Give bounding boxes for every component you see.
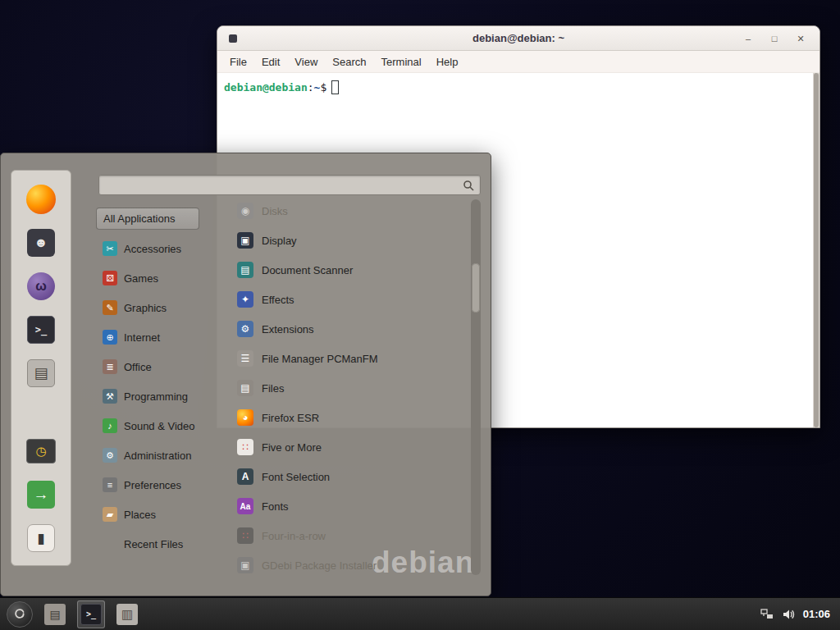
terminal-titlebar[interactable]: debian@debian: ~ – □ ✕ [217, 26, 819, 51]
sound-video-icon: ♪ [103, 418, 117, 433]
firefox-esr-icon: ◕ [237, 409, 253, 426]
app-item-firefox-esr[interactable]: ◕ Firefox ESR [229, 403, 470, 432]
app-item-four-in-a-row[interactable]: ∷ Four-in-a-row [229, 521, 470, 550]
app-item-document-scanner[interactable]: ▤ Document Scanner [229, 255, 470, 285]
terminal-prompt-line: debian@debian:~$ [224, 80, 813, 94]
app-label: Display [262, 235, 297, 247]
taskbar: ▤ >_ ▥ 01:06 [0, 597, 840, 630]
shut-down-icon: ▮ [27, 524, 55, 552]
log-out-button[interactable]: → [25, 479, 57, 510]
favorite-mascot-launcher[interactable]: ω [25, 271, 57, 302]
minimize-button[interactable]: – [741, 31, 756, 46]
app-item-display[interactable]: ▣ Display [229, 226, 470, 255]
administration-icon: ⚙ [103, 448, 117, 463]
taskbar-clock[interactable]: 01:06 [803, 608, 830, 620]
category-label: Accessories [124, 243, 181, 255]
category-administration[interactable]: ⚙ Administration [96, 441, 222, 470]
category-label: Games [124, 272, 158, 285]
shut-down-button[interactable]: ▮ [25, 523, 57, 554]
display-icon: ▣ [237, 232, 253, 249]
terminal-scrollbar[interactable] [813, 73, 819, 427]
terminal-window-icon [229, 34, 237, 43]
preferences-icon: ≡ [103, 477, 117, 492]
menu-view[interactable]: View [287, 52, 325, 71]
search-icon [463, 180, 474, 191]
category-programming[interactable]: ⚒ Programming [96, 381, 222, 411]
lock-screen-button[interactable]: ◷ [25, 436, 57, 467]
contacts-icon: ☻ [27, 229, 55, 257]
network-icon[interactable] [760, 608, 774, 621]
programming-icon: ⚒ [103, 389, 117, 404]
app-item-files[interactable]: ▤ Files [229, 373, 470, 403]
app-item-disks[interactable]: ◉ Disks [229, 196, 470, 226]
app-label: File Manager PCManFM [262, 353, 378, 365]
terminal-cursor [331, 80, 339, 94]
close-button[interactable]: ✕ [793, 31, 808, 46]
search-input[interactable] [99, 179, 463, 191]
internet-icon: ⊕ [103, 330, 117, 345]
terminal-scrollbar-thumb[interactable] [814, 73, 819, 427]
taskbar-tray: 01:06 [760, 608, 833, 621]
category-internet[interactable]: ⊕ Internet [96, 322, 222, 352]
category-label: Administration [124, 450, 191, 462]
category-sound-video[interactable]: ♪ Sound & Video [96, 411, 222, 441]
extensions-icon: ⚙ [237, 321, 253, 337]
five-or-more-icon: ∷ [237, 439, 253, 455]
favorite-contacts-launcher[interactable]: ☻ [25, 227, 57, 258]
app-item-gdebi-package-installer[interactable]: ▣ GDebi Package Installer [229, 550, 470, 576]
recent-files-icon [103, 536, 117, 551]
category-all-applications[interactable]: All Applications [96, 208, 199, 230]
maximize-button[interactable]: □ [767, 31, 782, 46]
font-selection-icon: A [237, 468, 253, 485]
app-item-five-or-more[interactable]: ∷ Five or More [229, 432, 470, 462]
log-out-icon: → [27, 481, 55, 509]
app-list-scrollbar[interactable] [471, 199, 481, 575]
category-label: Programming [124, 390, 188, 403]
terminal-icon: >_ [27, 316, 55, 344]
category-label: Graphics [124, 302, 167, 314]
menu-file[interactable]: File [222, 52, 254, 71]
favorite-file-manager-launcher[interactable]: ▤ [25, 358, 57, 389]
category-recent-files[interactable]: Recent Files [96, 529, 222, 559]
app-item-file-manager-pcmanfm[interactable]: ☰ File Manager PCManFM [229, 344, 470, 373]
category-label: Sound & Video [124, 420, 195, 432]
category-label: Office [124, 361, 152, 373]
app-item-fonts[interactable]: Aa Fonts [229, 491, 470, 521]
pcmanfm-icon: ☰ [237, 350, 253, 367]
files-icon: ▥ [116, 604, 138, 625]
menu-terminal[interactable]: Terminal [374, 52, 429, 71]
games-icon: ⚄ [103, 271, 117, 285]
app-item-extensions[interactable]: ⚙ Extensions [229, 314, 470, 344]
app-item-effects[interactable]: ✦ Effects [229, 285, 470, 314]
category-places[interactable]: ▰ Places [96, 500, 222, 529]
category-office[interactable]: ≣ Office [96, 352, 222, 381]
category-graphics[interactable]: ✎ Graphics [96, 293, 222, 322]
menu-edit[interactable]: Edit [254, 52, 287, 71]
app-item-font-selection[interactable]: A Font Selection [229, 462, 470, 491]
taskbar-file-manager-launcher[interactable]: ▤ [41, 600, 69, 628]
four-in-a-row-icon: ∷ [237, 527, 253, 544]
prompt-symbol: $ [320, 81, 326, 94]
app-label: Files [262, 382, 284, 395]
gdebi-icon: ▣ [237, 557, 253, 573]
category-label: Internet [124, 331, 160, 344]
favorite-firefox-launcher[interactable] [25, 184, 57, 215]
category-accessories[interactable]: ✂ Accessories [96, 234, 222, 263]
file-manager-icon: ▤ [27, 359, 55, 387]
app-label: Extensions [262, 323, 314, 336]
category-preferences[interactable]: ≡ Preferences [96, 470, 222, 500]
application-menu: debian ☻ ω >_ ▤ ◷ → ▮ [0, 153, 491, 596]
menu-search[interactable]: Search [325, 52, 373, 71]
taskbar-terminal-window-button[interactable]: >_ [77, 600, 105, 628]
favorite-terminal-launcher[interactable]: >_ [25, 314, 57, 345]
menu-help[interactable]: Help [429, 52, 466, 71]
taskbar-files-launcher[interactable]: ▥ [113, 600, 141, 628]
prompt-user-host: debian@debian [224, 81, 308, 94]
file-manager-icon: ▤ [44, 604, 66, 625]
category-games[interactable]: ⚄ Games [96, 263, 222, 293]
app-list-scrollbar-thumb[interactable] [472, 263, 480, 313]
menu-button[interactable] [7, 601, 33, 628]
lock-screen-icon: ◷ [26, 439, 56, 463]
volume-icon[interactable] [782, 608, 795, 621]
app-label: GDebi Package Installer [262, 559, 377, 572]
